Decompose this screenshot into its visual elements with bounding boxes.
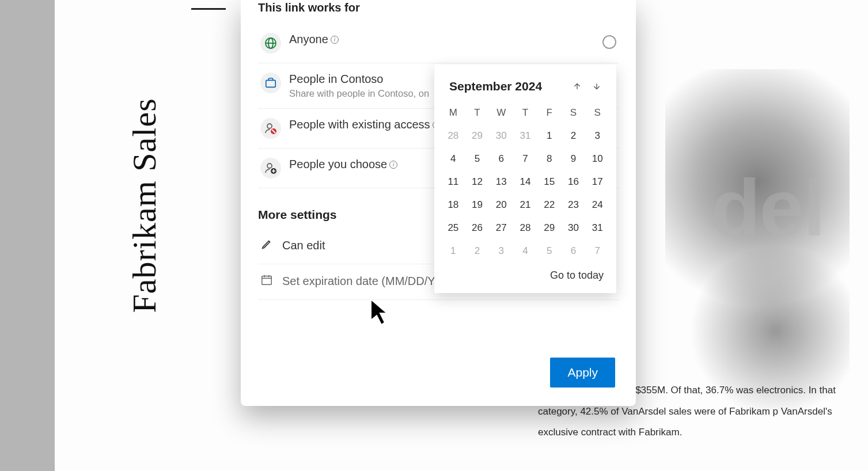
calendar-day[interactable]: 22 (537, 193, 562, 216)
calendar-day[interactable]: 10 (585, 147, 609, 170)
option-label: People with existing access (289, 118, 430, 131)
calendar-dow: S (562, 102, 586, 124)
calendar-day[interactable]: 2 (562, 124, 586, 147)
calendar-day[interactable]: 6 (562, 240, 586, 263)
calendar-icon (260, 274, 273, 289)
option-label: People in Contoso (289, 73, 383, 86)
option-anyone[interactable]: Anyone i (258, 24, 619, 63)
calendar-dow: F (537, 102, 562, 124)
option-label: People you choose (289, 158, 387, 171)
calendar-day[interactable]: 4 (441, 147, 465, 170)
pencil-icon (260, 238, 273, 253)
calendar-day[interactable]: 16 (562, 170, 586, 193)
calendar-day[interactable]: 3 (489, 240, 513, 263)
calendar-day[interactable]: 18 (441, 193, 465, 216)
calendar-day[interactable]: 13 (489, 170, 513, 193)
calendar-day[interactable]: 28 (513, 216, 537, 240)
radio-anyone[interactable] (602, 35, 616, 49)
can-edit-label: Can edit (282, 239, 325, 252)
calendar-dow: S (585, 102, 609, 124)
calendar-day[interactable]: 8 (537, 147, 562, 170)
calendar-day[interactable]: 2 (465, 240, 490, 263)
calendar-dow: T (465, 102, 490, 124)
calendar-day[interactable]: 5 (537, 240, 562, 263)
info-icon[interactable]: i (331, 36, 339, 44)
calendar-day[interactable]: 31 (585, 216, 609, 240)
calendar-day[interactable]: 23 (562, 193, 586, 216)
calendar-grid: MTWTFSS282930311234567891011121314151617… (441, 102, 609, 263)
calendar-day[interactable]: 1 (537, 124, 562, 147)
person-add-icon (260, 158, 281, 178)
title-underline (191, 8, 226, 10)
svg-point-7 (267, 164, 272, 168)
calendar-day[interactable]: 11 (441, 170, 465, 193)
calendar-popup: September 2024 MTWTFSS282930311234567891… (434, 64, 616, 293)
option-label: Anyone (289, 33, 328, 46)
apply-button[interactable]: Apply (550, 358, 615, 388)
calendar-day[interactable]: 1 (441, 240, 465, 263)
calendar-day[interactable]: 9 (562, 147, 586, 170)
calendar-day[interactable]: 21 (513, 193, 537, 216)
svg-rect-3 (266, 80, 276, 87)
calendar-dow: T (513, 102, 537, 124)
calendar-day[interactable]: 31 (513, 124, 537, 147)
calendar-day[interactable]: 24 (585, 193, 609, 216)
calendar-day[interactable]: 12 (465, 170, 490, 193)
calendar-day[interactable]: 3 (585, 124, 609, 147)
go-to-today-button[interactable]: Go to today (441, 263, 609, 286)
calendar-day[interactable]: 6 (489, 147, 513, 170)
calendar-day[interactable]: 7 (513, 147, 537, 170)
calendar-day[interactable]: 7 (585, 240, 609, 263)
calendar-day[interactable]: 27 (489, 216, 513, 240)
calendar-day[interactable]: 15 (537, 170, 562, 193)
briefcase-icon (260, 73, 281, 93)
calendar-day[interactable]: 30 (562, 216, 586, 240)
calendar-dow: W (489, 102, 513, 124)
watermark-text: del (711, 161, 824, 255)
svg-rect-11 (262, 276, 272, 285)
calendar-day[interactable]: 29 (465, 124, 490, 147)
calendar-day[interactable]: 20 (489, 193, 513, 216)
calendar-month-label[interactable]: September 2024 (449, 79, 566, 93)
calendar-prev-month[interactable] (569, 78, 585, 94)
calendar-dow: M (441, 102, 465, 124)
calendar-day[interactable]: 29 (537, 216, 562, 240)
globe-icon (260, 33, 281, 54)
calendar-day[interactable]: 30 (489, 124, 513, 147)
calendar-day[interactable]: 25 (441, 216, 465, 240)
calendar-next-month[interactable] (589, 78, 605, 94)
info-icon[interactable]: i (389, 161, 397, 169)
calendar-day[interactable]: 17 (585, 170, 609, 193)
page-vertical-title: Fabrikam Sales (125, 98, 164, 313)
link-works-for-title: This link works for (258, 0, 619, 24)
calendar-day[interactable]: 26 (465, 216, 490, 240)
calendar-day[interactable]: 28 (441, 124, 465, 147)
person-block-icon (260, 118, 281, 139)
svg-point-4 (267, 124, 272, 128)
calendar-day[interactable]: 4 (513, 240, 537, 263)
calendar-day[interactable]: 19 (465, 193, 490, 216)
calendar-day[interactable]: 5 (465, 147, 490, 170)
calendar-day[interactable]: 14 (513, 170, 537, 193)
